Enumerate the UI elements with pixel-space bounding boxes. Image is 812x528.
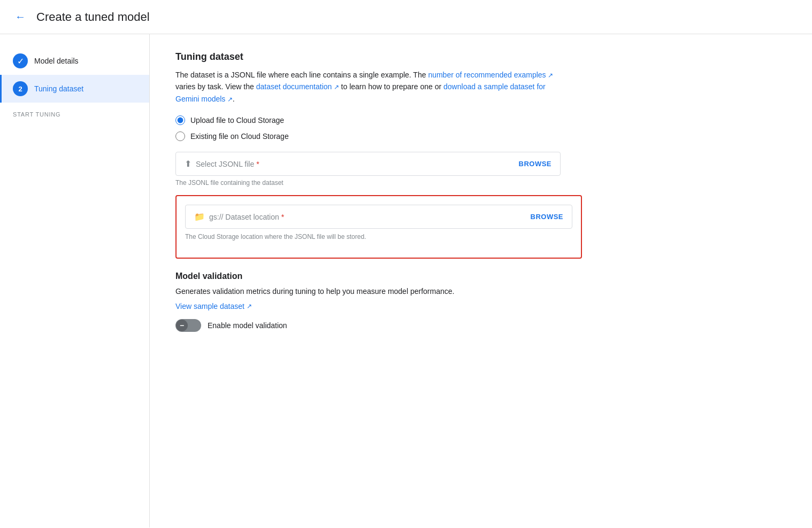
main-content: Tuning dataset The dataset is a JSONL fi… bbox=[150, 34, 812, 527]
upload-file-radio[interactable] bbox=[175, 115, 185, 125]
sidebar-item-tuning-dataset[interactable]: 2 Tuning dataset bbox=[0, 75, 149, 103]
jsonl-required-star: * bbox=[256, 160, 259, 168]
jsonl-file-left: ⬆ Select JSONL file * bbox=[185, 159, 259, 169]
dataset-location-hint: The Cloud Storage location where the JSO… bbox=[185, 233, 570, 240]
jsonl-file-input-container: ⬆ Select JSONL file * BROWSE bbox=[175, 152, 561, 176]
model-validation-description: Generates validation metrics during tuni… bbox=[175, 285, 561, 297]
sidebar-item-label-active: Tuning dataset bbox=[34, 84, 83, 93]
back-button[interactable]: ← bbox=[13, 9, 28, 25]
dataset-location-placeholder: gs:// Dataset location bbox=[209, 213, 279, 221]
upload-file-label: Upload file to Cloud Storage bbox=[190, 116, 284, 125]
sidebar: ✓ Model details 2 Tuning dataset START T… bbox=[0, 34, 150, 527]
toggle-thumb: − bbox=[176, 320, 188, 331]
main-layout: ✓ Model details 2 Tuning dataset START T… bbox=[0, 34, 812, 527]
dataset-location-highlighted-section: 📁 gs:// Dataset location * BROWSE The Cl… bbox=[175, 195, 582, 259]
model-validation-toggle[interactable]: − bbox=[175, 319, 201, 332]
step-completed-icon: ✓ bbox=[13, 53, 28, 68]
existing-file-label: Existing file on Cloud Storage bbox=[190, 132, 289, 141]
view-sample-dataset-link[interactable]: View sample dataset ↗ bbox=[175, 302, 252, 310]
model-validation-section: Model validation Generates validation me… bbox=[175, 271, 786, 331]
sidebar-item-model-details[interactable]: ✓ Model details bbox=[0, 47, 149, 75]
page-title: Create a tuned model bbox=[36, 10, 150, 24]
dataset-location-required-star: * bbox=[281, 213, 284, 221]
upload-icon: ⬆ bbox=[185, 159, 191, 169]
recommended-examples-link[interactable]: number of recommended examples bbox=[428, 71, 553, 79]
external-link-icon: ↗ bbox=[247, 302, 252, 310]
model-validation-title: Model validation bbox=[175, 271, 786, 281]
toggle-minus-icon: − bbox=[180, 322, 184, 329]
tuning-dataset-title: Tuning dataset bbox=[175, 51, 786, 63]
sidebar-section-label: START TUNING bbox=[0, 103, 149, 122]
model-validation-toggle-label: Enable model validation bbox=[208, 321, 287, 330]
dataset-documentation-link[interactable]: dataset documentation bbox=[256, 82, 339, 91]
jsonl-field-hint: The JSONL file containing the dataset bbox=[175, 179, 561, 187]
dataset-location-left: 📁 gs:// Dataset location * bbox=[194, 212, 284, 222]
enable-model-validation-row: − Enable model validation bbox=[175, 319, 786, 332]
jsonl-placeholder: Select JSONL file bbox=[196, 160, 254, 168]
sidebar-item-label: Model details bbox=[34, 57, 79, 65]
existing-file-option[interactable]: Existing file on Cloud Storage bbox=[175, 131, 786, 141]
upload-method-radio-group: Upload file to Cloud Storage Existing fi… bbox=[175, 115, 786, 141]
jsonl-browse-button[interactable]: BROWSE bbox=[519, 160, 552, 168]
existing-file-radio[interactable] bbox=[175, 131, 185, 141]
dataset-location-container: 📁 gs:// Dataset location * BROWSE bbox=[185, 205, 572, 229]
tuning-dataset-section: Tuning dataset The dataset is a JSONL fi… bbox=[175, 51, 786, 259]
back-icon: ← bbox=[15, 11, 26, 23]
dataset-location-browse-button[interactable]: BROWSE bbox=[531, 213, 564, 221]
step-current-icon: 2 bbox=[13, 81, 28, 96]
folder-icon: 📁 bbox=[194, 212, 205, 222]
toggle-track: − bbox=[175, 319, 201, 332]
page-header: ← Create a tuned model bbox=[0, 0, 812, 34]
upload-file-option[interactable]: Upload file to Cloud Storage bbox=[175, 115, 786, 125]
tuning-dataset-description: The dataset is a JSONL file where each l… bbox=[175, 69, 561, 105]
